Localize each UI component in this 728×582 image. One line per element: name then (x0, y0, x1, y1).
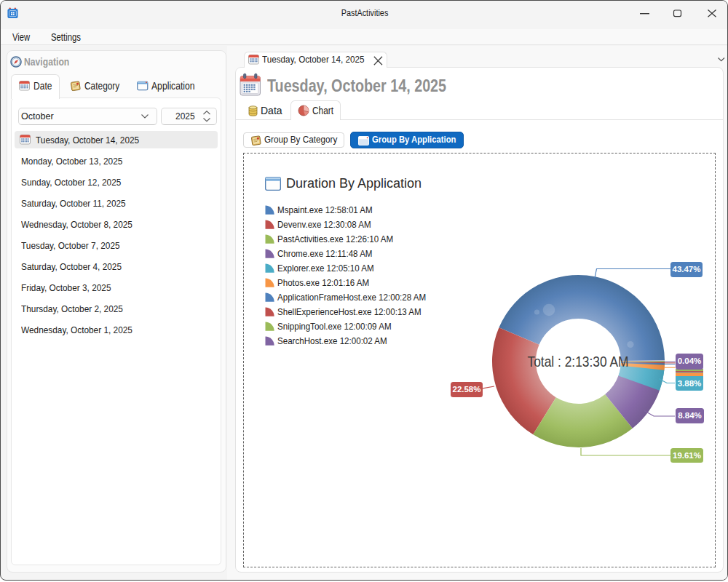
svg-text:Total : 2:13:30 AM: Total : 2:13:30 AM (528, 354, 629, 370)
